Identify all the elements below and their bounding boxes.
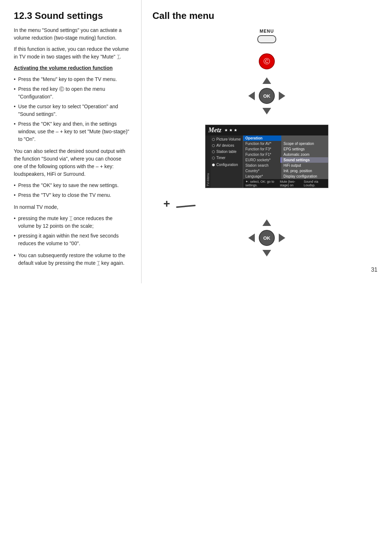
menu-row-6: Country* Init. prog. position [243, 168, 328, 174]
tv-menu-status-bar: ✦: select, OK: go to settings. Mute (two… [243, 179, 328, 188]
sidebar-item-timer: Timer [211, 155, 243, 161]
middle-text: You can also select the desired sound ou… [14, 147, 130, 178]
dpad-ok-button[interactable]: OK [259, 88, 275, 104]
col1-item: EURO sockets* [243, 157, 281, 163]
plusminus-section: + [163, 198, 196, 209]
col1-item: Country* [243, 168, 281, 174]
menu-row-2: Function for F3* EPG settings [243, 146, 328, 152]
menu-row-4: EURO sockets* Sound settings [243, 157, 328, 163]
plus-button[interactable]: + [163, 198, 170, 209]
dpad-up-arrow[interactable] [262, 77, 271, 84]
sidebar-label: Station table [216, 150, 237, 154]
dpad-down-arrow[interactable] [262, 108, 271, 114]
bullet-list-4: You can subsequently restore the volume … [14, 252, 130, 267]
bullet-item: Press the "OK" key to save the new setti… [14, 182, 130, 189]
radio-dot [212, 157, 215, 159]
dpad2-left-arrow[interactable] [248, 234, 255, 242]
radio-dot [212, 144, 215, 147]
red-button-icon: Ⓒ [264, 57, 270, 66]
dpad2-ok-button[interactable]: OK [259, 230, 275, 246]
intro-text-2: If this function is active, you can redu… [14, 45, 130, 61]
menu-row-5: Station search HiFi output [243, 163, 328, 168]
col1-item: Station search [243, 163, 281, 168]
minus-button[interactable] [176, 205, 196, 208]
radio-dot [212, 138, 215, 141]
red-config-button[interactable]: Ⓒ [259, 53, 275, 69]
dpad2-down-arrow[interactable] [262, 250, 271, 256]
sidebar-label: Picture·Volume [216, 137, 241, 141]
normal-text-1: In normal TV mode, [14, 203, 130, 211]
sidebar-item-picture-volume: Picture·Volume [211, 136, 243, 142]
col1-header: Operation [243, 135, 281, 141]
sidebar-item-configuration: Configuration [211, 162, 243, 168]
minus-button-container [176, 206, 196, 207]
radio-dot [212, 150, 215, 153]
tv-menu-screenshot: Metz ★ ★ ★ TV-Menu Picture·Volume AV dev… [205, 125, 328, 188]
bottom-whitespace [0, 283, 392, 555]
menu-button-section: MENU [257, 29, 276, 43]
bullet-item: pressing the mute key ⌶ once reduces the… [14, 215, 130, 230]
col1-item: Function for F1* [243, 152, 281, 157]
left-title: 12.3 Sound settings [14, 10, 130, 21]
sidebar-item-av-devices: AV devices [211, 142, 243, 149]
menu-label: MENU [260, 29, 274, 34]
col2-item: Init. prog. position [281, 168, 328, 174]
menu-row-1: Function for AV* Scope of operation [243, 141, 328, 146]
col2-item: EPG settings [281, 146, 328, 152]
bullet-item: Use the cursor key to select "Operation"… [14, 103, 130, 118]
col2-item: Scope of operation [281, 141, 328, 146]
section-heading: Activating the volume reduction function [14, 64, 130, 72]
page-number: 31 [371, 267, 381, 273]
intro-text-1: In the menu "Sound settings" you can act… [14, 27, 130, 42]
left-column: 12.3 Sound settings In the menu "Sound s… [0, 0, 142, 283]
ok-label: OK [263, 93, 270, 99]
dpad2-right-arrow[interactable] [279, 234, 285, 242]
dpad-2: OK [247, 218, 287, 258]
tv-menu-header: Operation [243, 135, 328, 141]
bullet-list-1: Press the "Menu" key to open the TV menu… [14, 76, 130, 143]
tv-stars: ★ ★ ★ [224, 128, 237, 133]
bullet-list-2: Press the "OK" key to save the new setti… [14, 182, 130, 199]
dpad-left-arrow[interactable] [248, 92, 255, 100]
col2-item: Automatic zoom [281, 152, 328, 157]
menu-row-7: Language* Display configuration [243, 174, 328, 179]
col1-item: Function for F3* [243, 146, 281, 152]
radio-dot-selected [212, 163, 215, 166]
tv-menu-logo-row: Metz ★ ★ ★ [205, 125, 328, 135]
sidebar-label: Configuration [216, 163, 238, 167]
bullet-item: Press the "Menu" key to open the TV menu… [14, 76, 130, 83]
bullet-item: Press the "TV" key to close the TV menu. [14, 191, 130, 199]
status-middle: Mute (two-stage) on [280, 180, 304, 187]
col2-item-highlight: Sound settings [281, 157, 328, 163]
menu-button[interactable] [257, 35, 276, 43]
sidebar-label: AV devices [216, 143, 234, 147]
dpad-right-arrow[interactable] [279, 92, 285, 100]
bullet-item: You can subsequently restore the volume … [14, 252, 130, 267]
bullet-item: Press the red key Ⓒ to open the menu "Co… [14, 85, 130, 101]
col2-item: Display configuration [281, 174, 328, 179]
tv-menu-sidebar: Picture·Volume AV devices Station table … [211, 135, 243, 188]
dpad2-up-arrow[interactable] [262, 219, 271, 226]
status-left: ✦: select, OK: go to settings. [245, 180, 280, 187]
col1-item: Language* [243, 174, 281, 179]
tv-logo: Metz [208, 126, 221, 134]
col1-item: Function for AV* [243, 141, 281, 146]
right-title: Call the menu [152, 10, 214, 21]
tv-menu-main: Operation Function for AV* Scope of oper… [243, 135, 328, 188]
bullet-list-3: pressing the mute key ⌶ once reduces the… [14, 215, 130, 247]
bullet-item: Press the "OK" key and then, in the sett… [14, 120, 130, 143]
tv-menu-body: TV-Menu Picture·Volume AV devices Statio… [205, 135, 328, 188]
tv-vertical-label: TV-Menu [205, 135, 211, 188]
ok-label-2: OK [263, 235, 270, 241]
sidebar-item-station-table: Station table [211, 149, 243, 155]
col2-item: HiFi output [281, 163, 328, 168]
sidebar-label: Timer [216, 156, 225, 160]
right-column: Call the menu MENU Ⓒ OK Metz ★ ★ ★ [142, 0, 392, 283]
col2-header [281, 135, 328, 141]
status-right: Sound via Loudsp. [304, 180, 326, 187]
dpad-1: OK [247, 76, 287, 116]
bullet-item: pressing it again within the next five s… [14, 232, 130, 247]
menu-row-3: Function for F1* Automatic zoom [243, 152, 328, 157]
